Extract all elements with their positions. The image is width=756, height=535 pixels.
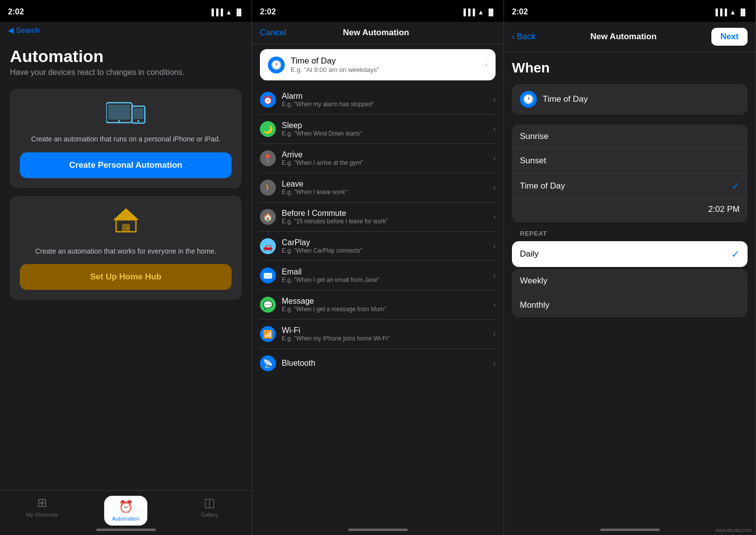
personal-icon xyxy=(106,99,146,129)
sleep-icon: 🌙 xyxy=(260,121,276,137)
bluetooth-title: Bluetooth xyxy=(282,359,315,368)
list-item-sleep[interactable]: 🌙 Sleep E.g. "When Wind Down starts" › xyxy=(260,115,496,144)
home-indicator-1 xyxy=(96,529,156,531)
time-icon-highlighted: 🕐 xyxy=(268,57,285,73)
repeat-daily-group: Daily ✓ xyxy=(512,241,748,267)
battery-icon-2: ▐▌ xyxy=(487,8,496,16)
carplay-chevron: › xyxy=(493,242,496,251)
personal-card-desc: Create an automation that runs on a pers… xyxy=(31,134,220,144)
sunrise-label: Sunrise xyxy=(520,132,740,141)
alarm-icon: ⏰ xyxy=(260,92,276,108)
option-time-of-day[interactable]: Time of Day ✓ xyxy=(512,173,748,200)
panel-when-repeat: 2:02 ▐▐▐ ▲ ▐▌ ‹ Back New Automation Next… xyxy=(504,0,756,535)
daily-checkmark: ✓ xyxy=(731,248,740,260)
email-subtitle: E.g. "When I get an email from Jane" xyxy=(282,276,379,283)
wifi-title: Wi-Fi xyxy=(282,326,389,335)
watermark: www.deuaq.com xyxy=(715,528,752,533)
signal-icon: ▐▐▐ xyxy=(209,8,223,16)
repeat-section-label: REPEAT xyxy=(512,230,748,237)
list-item-email[interactable]: ✉️ Email E.g. "When I get an email from … xyxy=(260,261,496,290)
wifi-icon-3: ▲ xyxy=(730,8,736,16)
status-bar-1: 2:02 ▐▐▐ ▲ ▐▌ xyxy=(0,0,252,22)
list-item-wifi[interactable]: 📶 Wi-Fi E.g. "When my iPhone joins home … xyxy=(260,320,496,349)
wifi-subtitle: E.g. "When my iPhone joins home Wi-Fi" xyxy=(282,335,389,342)
nav-bar-2: Cancel New Automation xyxy=(252,22,504,44)
back-nav-1[interactable]: ◀ Search xyxy=(0,22,252,39)
arrive-chevron: › xyxy=(493,154,496,163)
email-chevron: › xyxy=(493,271,496,280)
list-item-arrive[interactable]: 📍 Arrive E.g. "When I arrive at the gym"… xyxy=(260,144,496,173)
automation-label: Automation xyxy=(112,516,140,522)
battery-icon: ▐▌ xyxy=(235,8,244,16)
commute-chevron: › xyxy=(493,212,496,221)
list-item-carplay[interactable]: 🚗 CarPlay E.g. "When CarPlay connects" › xyxy=(260,232,496,261)
commute-subtitle: E.g. "15 minutes before I leave for work… xyxy=(282,218,388,225)
leave-chevron: › xyxy=(493,183,496,192)
time-options-group: Sunrise Sunset Time of Day ✓ 2:02 PM xyxy=(512,125,748,222)
repeat-monthly[interactable]: Monthly xyxy=(512,293,748,317)
time-value: 2:02 PM xyxy=(708,204,740,214)
list-item-bluetooth[interactable]: 📡 Bluetooth › xyxy=(260,349,496,378)
commute-icon: 🏠 xyxy=(260,209,276,225)
when-clock-icon: 🕐 xyxy=(520,91,537,108)
time-1: 2:02 xyxy=(8,7,24,16)
tab-my-shortcuts[interactable]: ⊞ My Shortcuts xyxy=(0,496,84,518)
status-bar-3: 2:02 ▐▐▐ ▲ ▐▌ xyxy=(504,0,756,22)
back-button[interactable]: ‹ Back xyxy=(512,32,535,42)
carplay-icon: 🚗 xyxy=(260,238,276,254)
svg-point-9 xyxy=(127,227,128,228)
repeat-daily[interactable]: Daily ✓ xyxy=(512,241,748,267)
clock-icon-highlighted: 🕐 xyxy=(271,60,282,70)
back-chevron-icon: ‹ xyxy=(512,32,515,42)
status-icons-1: ▐▐▐ ▲ ▐▌ xyxy=(209,8,244,16)
automation-tab-bg: ⏰ Automation xyxy=(104,496,148,526)
option-sunset[interactable]: Sunset xyxy=(512,149,748,173)
svg-rect-8 xyxy=(122,224,130,232)
page-title-1: Automation xyxy=(10,47,242,66)
when-time-of-day-card: 🕐 Time of Day xyxy=(512,84,748,115)
tod-subtitle: E.g. "At 8:00 am on weekdays" xyxy=(291,66,379,73)
list-item-leave[interactable]: 🚶 Leave E.g. "When I leave work" › xyxy=(260,173,496,202)
signal-icon-3: ▐▐▐ xyxy=(713,8,727,16)
time-of-day-highlighted[interactable]: 🕐 Time of Day E.g. "At 8:00 am on weekda… xyxy=(260,49,496,80)
list-item-message[interactable]: 💬 Message E.g. "When I get a message fro… xyxy=(260,290,496,320)
daily-label: Daily xyxy=(520,249,731,259)
list-item-commute[interactable]: 🏠 Before I Commute E.g. "15 minutes befo… xyxy=(260,202,496,232)
nav-bar-3: ‹ Back New Automation Next xyxy=(504,22,756,52)
wifi-chevron: › xyxy=(493,330,496,338)
tab-gallery[interactable]: ◫ Gallery xyxy=(168,496,252,518)
automation-list: 🕐 Time of Day E.g. "At 8:00 am on weekda… xyxy=(252,44,504,535)
home-card-desc: Create an automation that works for ever… xyxy=(35,247,216,257)
automation-items-list: ⏰ Alarm E.g. "When my alarm has stopped"… xyxy=(260,85,496,378)
tod-chevron: › xyxy=(485,60,488,70)
next-button[interactable]: Next xyxy=(711,28,748,46)
setup-home-hub-button[interactable]: Set Up Home Hub xyxy=(20,264,232,290)
home-indicator-3 xyxy=(600,529,660,531)
sleep-subtitle: E.g. "When Wind Down starts" xyxy=(282,130,362,137)
time-of-day-option-label: Time of Day xyxy=(520,181,731,191)
wifi-list-icon: 📶 xyxy=(260,326,276,342)
page-subtitle-1: Have your devices react to changes in co… xyxy=(10,68,242,77)
email-title: Email xyxy=(282,268,379,276)
tab-automation[interactable]: ⏰ Automation xyxy=(84,496,168,526)
when-content: When 🕐 Time of Day Sunrise Sunset Time o… xyxy=(504,52,756,325)
option-sunrise[interactable]: Sunrise xyxy=(512,125,748,149)
alarm-title: Alarm xyxy=(282,92,374,101)
carplay-title: CarPlay xyxy=(282,238,362,247)
automation-home-content: Automation Have your devices react to ch… xyxy=(0,39,252,316)
list-item-alarm[interactable]: ⏰ Alarm E.g. "When my alarm has stopped"… xyxy=(260,85,496,115)
create-personal-automation-button[interactable]: Create Personal Automation xyxy=(20,152,232,178)
back-label: Back xyxy=(517,32,536,42)
when-heading: When xyxy=(512,60,748,76)
leave-title: Leave xyxy=(282,180,347,189)
back-link-1[interactable]: ◀ Search xyxy=(8,26,40,34)
bluetooth-icon: 📡 xyxy=(260,355,276,371)
cancel-button[interactable]: Cancel xyxy=(260,28,286,38)
sleep-title: Sleep xyxy=(282,121,362,130)
wifi-icon-2: ▲ xyxy=(478,8,484,16)
personal-automation-card: Create an automation that runs on a pers… xyxy=(10,89,242,188)
panel-automation-home: 2:02 ▐▐▐ ▲ ▐▌ ◀ Search Automation Have y… xyxy=(0,0,252,535)
message-title: Message xyxy=(282,297,386,306)
repeat-weekly[interactable]: Weekly xyxy=(512,269,748,293)
svg-marker-6 xyxy=(114,208,138,220)
